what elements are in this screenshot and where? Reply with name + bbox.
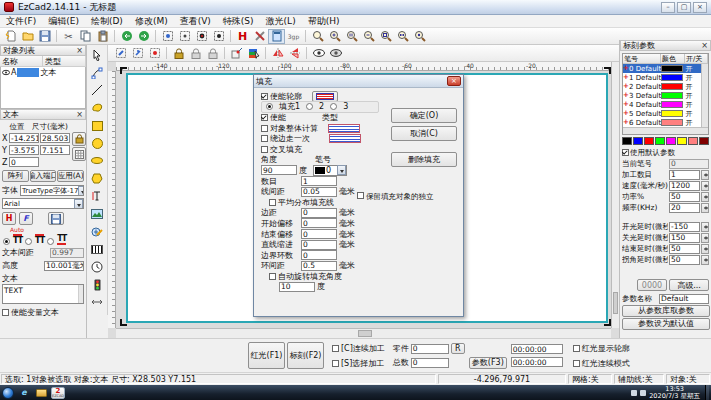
variable-text-checkbox[interactable] [2,309,9,316]
spinner[interactable] [701,244,709,254]
preview-eye-icon[interactable] [310,46,327,61]
zoom-width-icon[interactable] [394,29,411,44]
node-edit-icon[interactable] [112,46,129,61]
y-size-field[interactable]: 7.151 [40,145,70,155]
input-port-button[interactable]: 输入端口 [30,170,57,182]
save-icon[interactable] [36,29,53,44]
cut-icon[interactable]: ✂ [60,29,77,44]
panel-icon[interactable] [268,29,285,44]
object-row[interactable]: A 文本 [1,67,85,78]
zoom-page-icon[interactable] [377,29,394,44]
spinner[interactable] [701,255,709,265]
close-button[interactable]: × [693,2,707,13]
count-field[interactable]: 1 [669,170,700,180]
extra-button[interactable]: 0000 [637,279,667,291]
undo-icon[interactable] [118,29,135,44]
height-field[interactable]: 10.001毫米 [44,261,84,271]
spinner[interactable] [701,222,709,232]
mirror-horizontal-icon[interactable] [269,46,286,61]
vector-file-icon[interactable] [88,223,107,241]
hatch-type-2-button[interactable] [329,134,361,143]
end-offset-field[interactable]: 0 [301,229,337,239]
maximize-button[interactable]: ▢ [677,2,691,13]
horizontal-scrollbar[interactable] [116,328,611,338]
spinner[interactable] [701,192,709,202]
show-desktop-button[interactable] [705,385,709,400]
pen-col-color[interactable]: 颜色 [661,54,685,63]
frequency-field[interactable]: 20 [669,203,700,213]
extend-icon[interactable] [88,294,107,312]
column-type[interactable]: 类型 [43,56,86,66]
keep-independent-checkbox[interactable] [357,192,364,199]
pen-row[interactable]: +5 Default开 [623,109,708,118]
apply-button[interactable]: 应用(A) [57,170,84,182]
from-library-button[interactable]: 从参数库取参数 [622,305,710,317]
ezcad-taskbar-icon[interactable]: 2EZCAD [51,387,65,399]
margin-field[interactable]: 0 [301,208,337,218]
tray-arrow-icon[interactable] [631,390,637,396]
lock-2-icon[interactable] [187,46,204,61]
menu-draw[interactable]: 绘制(D) [85,15,129,28]
hatch-dialog-titlebar[interactable]: 填充 × [254,75,463,88]
swatch[interactable] [633,137,643,145]
minimize-button[interactable]: – [661,2,675,13]
align-option-2[interactable] [25,238,32,245]
ok-button[interactable]: 确定(O) [391,108,457,123]
pen-row[interactable]: +2 Default开 [623,82,708,91]
zoom-11-icon[interactable] [343,29,360,44]
power-field[interactable]: 50 [669,192,700,202]
paste-icon[interactable] [94,29,111,44]
dot-mark-3-icon[interactable] [193,29,210,44]
angle-field[interactable]: 90 [261,165,297,175]
x-position-field[interactable]: -14.251 [9,133,39,143]
node-delete-icon[interactable] [146,46,163,61]
ie-icon[interactable]: e [17,387,31,399]
mark-button[interactable]: 标刻(F2) [287,342,324,369]
swatch[interactable] [644,137,654,145]
polygon-icon[interactable] [88,170,107,188]
auto-rotate-checkbox[interactable] [269,273,276,280]
zoom-in-icon[interactable] [326,29,343,44]
delay-icon[interactable] [88,258,107,276]
laser-on-delay-field[interactable]: -150 [669,222,700,232]
path-eye-icon[interactable] [327,46,344,61]
end-delay-field[interactable]: 50 [669,244,700,254]
vertical-scrollbar[interactable] [611,62,619,328]
swatch[interactable] [622,137,632,145]
ring-space-field[interactable]: 0.5 [301,261,337,271]
send-icon[interactable]: 3gp [285,29,302,44]
pen-row[interactable]: +6 Default开 [623,118,708,127]
ring-count-field[interactable]: 0 [301,250,337,260]
close-icon[interactable] [76,47,83,55]
align-option-1[interactable] [3,238,10,245]
select-icon[interactable] [88,46,107,64]
start-button[interactable] [2,387,14,399]
curve-icon[interactable] [88,99,107,117]
show-contour-checkbox[interactable] [573,345,580,352]
scrollbar[interactable] [78,285,83,303]
param-f3-button[interactable]: 参数(F3) [469,357,507,369]
spinner[interactable] [701,233,709,243]
swatch[interactable] [666,137,676,145]
menu-view[interactable]: 查看(V) [174,15,217,28]
tools-icon[interactable] [251,29,268,44]
y-position-field[interactable]: -3.575 [9,145,39,155]
pen-scrollbar[interactable] [701,64,708,127]
snap-grid-icon[interactable] [228,46,245,61]
total-field[interactable]: 0 [411,358,449,368]
whole-calc-checkbox[interactable] [261,125,268,132]
r-button[interactable]: R [451,343,465,354]
red-continuous-checkbox[interactable] [573,360,580,367]
hatch-pen-dropdown[interactable]: 0 [313,165,347,176]
open-icon[interactable] [19,29,36,44]
bold-button[interactable]: H [2,212,16,225]
dot-mark-1-icon[interactable] [159,29,176,44]
circle-icon[interactable] [88,134,107,152]
zoom-all-icon[interactable] [411,29,428,44]
swatch[interactable] [688,137,698,145]
menu-file[interactable]: 文件(F) [0,15,42,28]
enable-contour-checkbox[interactable] [261,93,268,100]
guides-toggle[interactable]: 辅助线:关 [614,374,664,384]
redo-icon[interactable] [135,29,152,44]
dot-mark-4-icon[interactable] [210,29,227,44]
